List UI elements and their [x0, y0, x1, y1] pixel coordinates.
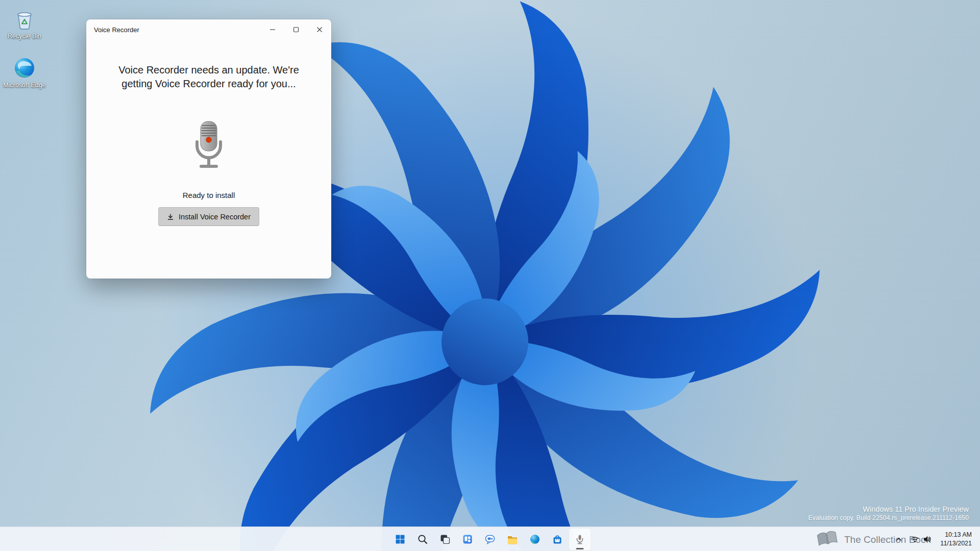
chat-button[interactable]	[479, 528, 501, 550]
minimize-button[interactable]	[261, 19, 284, 40]
install-voice-recorder-button[interactable]: Install Voice Recorder	[158, 207, 259, 226]
network-volume-button[interactable]	[907, 529, 935, 549]
window-titlebar[interactable]: Voice Recorder	[86, 19, 331, 40]
chat-icon	[484, 534, 496, 545]
edge-icon	[13, 56, 36, 80]
desktop-icon-label: Microsoft Edge	[3, 82, 45, 90]
task-view-icon	[439, 534, 451, 545]
update-message: Voice Recorder needs an update. We're ge…	[110, 63, 307, 91]
desktop-icon-microsoft-edge[interactable]: Microsoft Edge	[2, 56, 47, 90]
file-explorer-button[interactable]	[501, 528, 524, 550]
watermark-line2: Evaluation copy. Build 22504.rs_prerelea…	[808, 514, 969, 521]
hidden-icons-button[interactable]	[892, 529, 906, 549]
watermark-line1: Windows 11 Pro Insider Preview	[808, 505, 969, 513]
system-tray: 10:13 AM 11/13/2021	[892, 527, 976, 551]
minimize-icon	[268, 25, 277, 34]
microsoft-store-icon	[552, 534, 563, 545]
widgets-icon	[462, 534, 473, 545]
chevron-up-icon	[895, 536, 902, 543]
file-explorer-icon	[507, 534, 518, 545]
clock[interactable]: 10:13 AM 11/13/2021	[936, 531, 976, 547]
desktop: Recycle Bin Microsoft Edge Voice Recor	[0, 0, 980, 551]
microphone-illustration	[86, 119, 331, 171]
search-icon	[417, 534, 428, 545]
download-icon	[167, 213, 174, 220]
desktop-icon-recycle-bin[interactable]: Recycle Bin	[2, 7, 47, 41]
edge-taskbar-button[interactable]	[524, 528, 546, 550]
voice-recorder-taskbar-button[interactable]	[569, 528, 591, 550]
search-button[interactable]	[411, 528, 434, 550]
volume-icon	[923, 535, 932, 543]
window-body: Voice Recorder needs an update. We're ge…	[86, 63, 331, 226]
windows-start-icon	[395, 534, 406, 545]
tray-date: 11/13/2021	[940, 539, 972, 547]
desktop-icon-label: Recycle Bin	[8, 33, 41, 41]
taskbar-center	[389, 527, 591, 551]
maximize-button[interactable]	[284, 19, 308, 40]
install-status: Ready to install	[86, 191, 331, 199]
start-button[interactable]	[389, 528, 411, 550]
window-title: Voice Recorder	[94, 26, 139, 34]
install-button-label: Install Voice Recorder	[179, 213, 251, 221]
task-view-button[interactable]	[434, 528, 456, 550]
caption-buttons	[261, 19, 331, 40]
microsoft-store-button[interactable]	[546, 528, 569, 550]
tray-time: 10:13 AM	[940, 531, 972, 539]
taskbar: The Collection Book	[0, 527, 980, 551]
book-icon	[815, 529, 839, 550]
insider-preview-watermark: Windows 11 Pro Insider Preview Evaluatio…	[808, 505, 969, 521]
maximize-icon	[291, 25, 301, 34]
network-icon	[911, 535, 919, 543]
widgets-button[interactable]	[456, 528, 479, 550]
voice-recorder-window: Voice Recorder	[86, 19, 331, 279]
voice-recorder-icon	[574, 534, 585, 545]
recycle-bin-icon	[13, 7, 36, 31]
close-button[interactable]	[308, 19, 331, 40]
close-icon	[315, 25, 324, 34]
edge-icon	[529, 534, 541, 545]
microphone-icon	[188, 119, 230, 171]
